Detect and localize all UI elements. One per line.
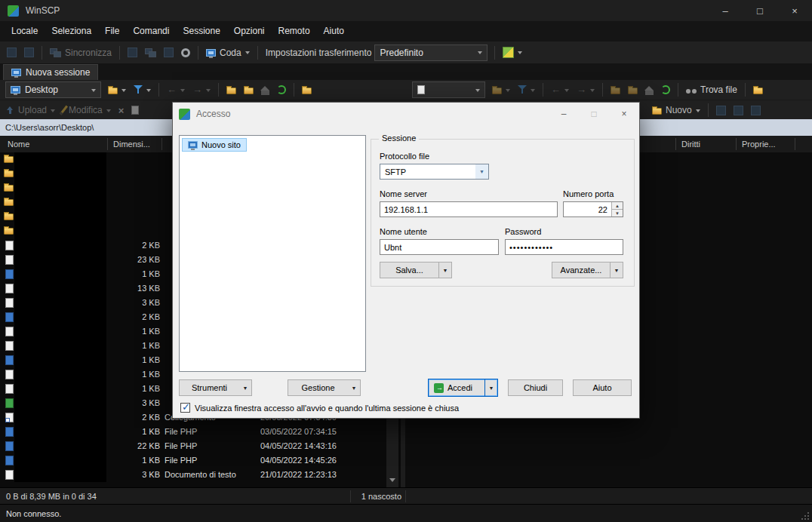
dialog-close-button[interactable]: × bbox=[609, 103, 639, 125]
password-input[interactable] bbox=[505, 239, 623, 255]
menu-aiuto[interactable]: Aiuto bbox=[317, 21, 351, 41]
column-header-size[interactable]: Dimensi... bbox=[113, 136, 150, 152]
home-directory-button[interactable] bbox=[258, 81, 272, 99]
panel-layout-button[interactable] bbox=[21, 44, 37, 62]
upload-icon bbox=[6, 106, 14, 115]
site-item-new-site[interactable]: Nuovo sito bbox=[182, 138, 247, 152]
file-row[interactable]: 1 KBFile PHP03/05/2022 07:34:15 bbox=[0, 425, 401, 439]
remote-bookmark-button[interactable] bbox=[750, 81, 766, 99]
remote-drive-combo[interactable] bbox=[412, 81, 485, 98]
session-manager-button[interactable] bbox=[4, 44, 20, 62]
remote-forward-button[interactable]: → bbox=[574, 81, 598, 99]
column-header-rights[interactable]: Diritti bbox=[681, 136, 700, 152]
port-stepper[interactable]: ▲ ▼ bbox=[611, 202, 623, 216]
root-directory-button[interactable] bbox=[241, 81, 257, 99]
menu-seleziona[interactable]: Seleziona bbox=[45, 21, 98, 41]
chevron-down-icon[interactable]: ▼ bbox=[348, 380, 360, 395]
column-header-owner[interactable]: Proprie... bbox=[742, 136, 776, 152]
back-button[interactable]: ← bbox=[164, 81, 188, 99]
help-button[interactable]: Aiuto bbox=[573, 379, 632, 396]
menu-locale[interactable]: Locale bbox=[5, 21, 45, 41]
column-separator[interactable] bbox=[161, 138, 162, 150]
remote-extra-button-3[interactable] bbox=[748, 101, 764, 119]
file-white-icon bbox=[5, 284, 14, 293]
maximize-button[interactable]: □ bbox=[743, 0, 777, 21]
remote-refresh-button[interactable] bbox=[658, 81, 673, 99]
tab-new-session[interactable]: Nuova sessione bbox=[3, 64, 98, 80]
remote-open-directory-button[interactable] bbox=[489, 81, 513, 99]
forward-button[interactable]: → bbox=[189, 81, 214, 99]
chevron-down-icon[interactable]: ▼ bbox=[438, 263, 451, 278]
advanced-button[interactable]: Avanzate... ▼ bbox=[552, 262, 623, 278]
remote-back-button[interactable]: ← bbox=[548, 81, 572, 99]
host-input[interactable] bbox=[380, 201, 558, 217]
spin-down-icon[interactable]: ▼ bbox=[611, 209, 623, 216]
scroll-down-button[interactable] bbox=[386, 476, 398, 487]
remote-extra-button-1[interactable] bbox=[713, 101, 729, 119]
delete-button[interactable]: × bbox=[115, 101, 128, 119]
transfer-preset-combo[interactable]: Predefinito bbox=[374, 45, 488, 61]
synchronize-label: Sincronizza bbox=[65, 48, 112, 58]
chevron-down-icon[interactable]: ▼ bbox=[610, 263, 623, 278]
tools-button[interactable]: Strumenti ▼ bbox=[179, 379, 252, 396]
remote-root-directory-button[interactable] bbox=[625, 81, 641, 99]
toolbar-button-2[interactable] bbox=[142, 44, 159, 62]
close-button[interactable]: × bbox=[777, 0, 812, 21]
column-header-name[interactable]: Nome bbox=[8, 136, 29, 152]
upload-button[interactable]: Upload bbox=[3, 101, 58, 119]
local-drive-combo[interactable]: Desktop bbox=[5, 81, 101, 98]
separator bbox=[745, 83, 746, 97]
menu-sessione[interactable]: Sessione bbox=[176, 21, 226, 41]
menu-opzioni[interactable]: Opzioni bbox=[227, 21, 272, 41]
new-button[interactable]: Nuovo bbox=[649, 101, 703, 119]
site-list[interactable]: Nuovo sito bbox=[179, 135, 366, 372]
menu-file[interactable]: File bbox=[98, 21, 126, 41]
dialog-titlebar[interactable]: Accesso – □ × bbox=[173, 103, 639, 125]
dialog-maximize-button[interactable]: □ bbox=[579, 103, 609, 125]
column-separator[interactable] bbox=[107, 138, 108, 150]
chevron-down-icon[interactable]: ▼ bbox=[484, 379, 497, 396]
file-row[interactable]: 1 KBFile PHP04/05/2022 14:45:26 bbox=[0, 453, 401, 468]
column-separator[interactable] bbox=[675, 138, 676, 150]
close-dialog-button[interactable]: Chiudi bbox=[508, 379, 563, 396]
chevron-down-icon[interactable]: ▼ bbox=[239, 380, 251, 395]
dialog-minimize-button[interactable]: – bbox=[549, 103, 579, 125]
minimize-button[interactable]: – bbox=[708, 0, 743, 21]
spin-up-icon[interactable]: ▲ bbox=[611, 202, 623, 209]
edit-button[interactable]: Modifica bbox=[60, 101, 114, 119]
synchronize-button[interactable]: Sincronizza bbox=[47, 44, 115, 62]
remote-filter-button[interactable] bbox=[515, 81, 538, 99]
file-name bbox=[14, 396, 106, 410]
grid-icon bbox=[734, 106, 743, 115]
remote-parent-directory-button[interactable] bbox=[607, 81, 623, 99]
add-bookmark-button[interactable] bbox=[299, 81, 315, 99]
preferences-button[interactable] bbox=[178, 44, 193, 62]
properties-button[interactable] bbox=[128, 101, 142, 119]
toolbar-button-3[interactable] bbox=[161, 44, 177, 62]
open-directory-button[interactable] bbox=[105, 81, 129, 99]
status-separator bbox=[405, 490, 406, 502]
transfer-options-button[interactable] bbox=[500, 44, 525, 62]
refresh-button[interactable] bbox=[274, 81, 289, 99]
save-label: Salva... bbox=[380, 266, 438, 275]
remote-extra-button-2[interactable] bbox=[730, 101, 746, 119]
remote-home-directory-button[interactable] bbox=[642, 81, 657, 99]
file-row[interactable]: 3 KBDocumento di testo21/01/2022 12:23:1… bbox=[0, 468, 401, 482]
file-row[interactable]: 22 KBFile PHP04/05/2022 14:43:16 bbox=[0, 439, 401, 453]
menu-remoto[interactable]: Remoto bbox=[272, 21, 317, 41]
queue-button[interactable]: Coda bbox=[203, 44, 253, 62]
startup-checkbox[interactable]: ✓ bbox=[180, 403, 190, 413]
resize-grip-icon[interactable] bbox=[807, 518, 809, 520]
save-button[interactable]: Salva... ▼ bbox=[380, 262, 452, 278]
column-separator[interactable] bbox=[795, 138, 795, 150]
manage-button[interactable]: Gestione ▼ bbox=[288, 379, 361, 396]
column-separator[interactable] bbox=[736, 138, 737, 150]
login-button[interactable]: Accedi ▼ bbox=[428, 379, 498, 397]
username-input[interactable] bbox=[380, 239, 499, 255]
filter-button[interactable] bbox=[131, 81, 154, 99]
protocol-combo[interactable]: SFTP ▼ bbox=[380, 164, 489, 180]
parent-directory-button[interactable] bbox=[223, 81, 239, 99]
find-files-button[interactable]: Trova file bbox=[683, 81, 740, 99]
toolbar-button-1[interactable] bbox=[125, 44, 140, 62]
menu-comandi[interactable]: Comandi bbox=[126, 21, 176, 41]
